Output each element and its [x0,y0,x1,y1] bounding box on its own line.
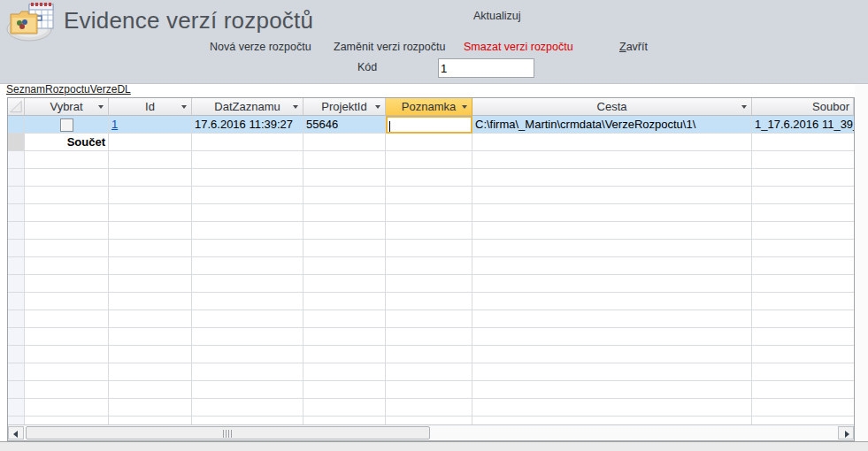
column-header-soubor[interactable]: Soubor [752,98,854,116]
record-selector[interactable] [8,169,25,187]
empty-cell [303,399,386,417]
update-button[interactable]: Aktualizuj [473,10,521,22]
record-selector[interactable] [8,310,25,328]
select-all-corner[interactable] [8,98,25,116]
table-row-empty [8,293,854,310]
cell-projektid[interactable]: 55646 [303,116,386,134]
table-row-empty [8,257,854,275]
column-header-projektid[interactable]: ProjektId [303,98,386,116]
filter-dropdown-icon[interactable] [462,105,467,109]
empty-cell [303,328,386,346]
empty-rows [8,151,854,427]
record-selector[interactable] [8,346,25,363]
empty-cell [386,328,472,346]
empty-cell [386,222,472,240]
column-header-projektid-label: ProjektId [321,100,366,113]
cell-poznamka-active[interactable] [386,116,472,134]
close-button-accelerator: Z [619,41,626,53]
record-selector[interactable] [8,381,25,399]
filter-dropdown-icon[interactable] [375,105,380,109]
cell-id[interactable]: 1 [109,116,192,134]
empty-cell [192,240,303,257]
empty-cell [752,187,854,204]
new-version-button[interactable]: Nová verze rozpočtu [210,41,311,53]
empty-cell [472,399,752,417]
empty-cell [25,275,109,293]
empty-cell [109,204,192,222]
swap-version-button[interactable]: Zaměnit verzi rozpočtu [334,41,445,53]
empty-cell [472,293,752,310]
scrollbar-thumb[interactable] [26,426,430,440]
record-selector[interactable] [8,187,25,204]
scroll-left-button[interactable] [8,426,24,440]
delete-version-button[interactable]: Smazat verzi rozpočtu [464,41,573,53]
record-selector[interactable] [8,204,25,222]
empty-cell [386,293,472,310]
cell-vybrat [25,116,109,134]
record-selector[interactable] [8,275,25,293]
table-row-empty [8,240,854,257]
filter-dropdown-icon[interactable] [98,105,104,109]
record-selector[interactable] [8,399,25,417]
total-cell [386,134,472,151]
scroll-right-button[interactable] [838,426,854,440]
record-selector[interactable] [8,240,25,257]
empty-cell [25,151,109,169]
filter-dropdown-icon[interactable] [181,105,187,109]
cell-soubor[interactable]: 1_17.6.2016 11_39_ [752,116,854,134]
record-selector[interactable] [8,363,25,381]
column-header-vybrat-label: Vybrat [50,100,82,113]
column-header-id[interactable]: Id [109,98,192,116]
record-selector[interactable] [8,257,25,275]
cell-datzaznamu[interactable]: 17.6.2016 11:39:27 [192,116,303,134]
close-button[interactable]: Zavřít [619,41,648,53]
total-row: Součet [8,134,854,151]
id-link[interactable]: 1 [111,118,118,131]
empty-cell [192,151,303,169]
empty-cell [303,222,386,240]
empty-cell [303,169,386,187]
filter-dropdown-icon[interactable] [293,105,298,109]
empty-cell [192,328,303,346]
empty-cell [192,363,303,381]
horizontal-scrollbar[interactable] [8,424,854,440]
table-row-empty [8,381,854,399]
total-cell [752,134,854,151]
column-header-datzaznamu[interactable]: DatZaznamu [192,98,303,116]
cell-cesta[interactable]: C:\firma\_Martin\crmdata\VerzeRozpoctu\1… [472,116,752,134]
record-selector[interactable] [8,222,25,240]
empty-cell [303,187,386,204]
kod-input[interactable] [438,58,534,78]
empty-cell [109,293,192,310]
empty-cell [752,222,854,240]
empty-cell [472,169,752,187]
scroll-right-icon [845,431,849,438]
empty-cell [752,346,854,363]
column-header-vybrat[interactable]: Vybrat [25,98,109,116]
empty-cell [472,328,752,346]
empty-cell [472,275,752,293]
record-selector[interactable] [8,151,25,169]
page-title: Evidence verzí rozpočtů [64,7,313,34]
scroll-left-icon [13,431,18,438]
empty-cell [109,381,192,399]
empty-cell [386,187,472,204]
record-selector[interactable] [8,116,25,134]
record-selector[interactable] [8,293,25,310]
empty-cell [25,187,109,204]
column-header-id-label: Id [145,100,155,113]
empty-cell [303,381,386,399]
table-row-empty [8,275,854,293]
column-header-cesta[interactable]: Cesta [472,98,752,116]
form-header: Evidence verzí rozpočtů Aktualizuj Nová … [0,0,868,84]
empty-cell [303,151,386,169]
vybrat-checkbox[interactable] [60,118,73,132]
empty-cell [752,399,854,417]
filter-dropdown-icon[interactable] [741,105,747,109]
empty-cell [752,257,854,275]
column-header-poznamka[interactable]: Poznamka [386,98,472,116]
record-selector[interactable] [8,328,25,346]
empty-cell [752,151,854,169]
empty-cell [472,346,752,363]
table-row-empty [8,169,854,187]
